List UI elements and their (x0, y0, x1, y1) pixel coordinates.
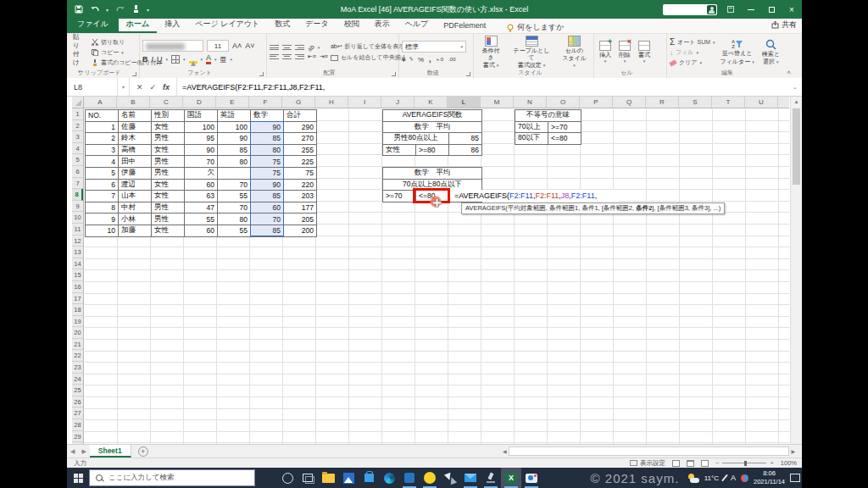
undo-icon[interactable] (90, 4, 100, 14)
table1-cond2b[interactable]: >=80 (416, 144, 449, 156)
cell-D4[interactable]: 90 (185, 144, 218, 156)
decrease-decimal-button[interactable]: .00 (448, 57, 455, 62)
table-header-6[interactable]: 数学 (251, 110, 284, 122)
row-header-4[interactable]: 4 (72, 143, 83, 155)
clipboard-dialog-launcher[interactable] (132, 72, 136, 76)
ime-mode[interactable]: A (731, 474, 736, 482)
weather-temp[interactable]: 11°C (704, 474, 719, 482)
table-header-2[interactable]: 名前 (119, 110, 152, 122)
cell-E4[interactable]: 85 (218, 144, 251, 156)
column-header-G[interactable]: G (282, 97, 315, 108)
cell-B5[interactable]: 田中 (119, 156, 152, 168)
column-header-C[interactable]: C (150, 97, 183, 108)
row-header-22[interactable]: 22 (72, 350, 83, 362)
cell-E9[interactable]: 70 (218, 202, 251, 214)
column-header-H[interactable]: H (315, 97, 348, 108)
cell-B3[interactable]: 鈴木 (119, 133, 152, 145)
cell-G4[interactable]: 255 (284, 144, 317, 156)
row-header-5[interactable]: 5 (72, 154, 83, 166)
qat-customize[interactable]: ▾ (147, 7, 149, 13)
cell-G8[interactable]: 203 (284, 191, 317, 202)
increase-indent-button[interactable]: ⇥≡ (320, 53, 328, 60)
font-name-combo[interactable] (142, 40, 203, 52)
cell-D10[interactable]: 55 (185, 214, 218, 225)
table1-title[interactable]: AVERAGEIFS関数 (383, 110, 482, 122)
table1-cond1[interactable]: 男性80点以上 (383, 133, 449, 145)
decrease-indent-button[interactable]: ⇤≡ (308, 53, 316, 60)
clear-button[interactable]: クリア▾ (670, 58, 715, 67)
column-header-S[interactable]: S (679, 97, 712, 108)
tab-help[interactable]: ヘルプ (398, 16, 437, 33)
cell-A5[interactable]: 4 (86, 156, 119, 168)
pen-tray-icon[interactable] (721, 474, 728, 482)
fill-color-button[interactable] (189, 55, 198, 64)
cell-B7[interactable]: 渡辺 (119, 179, 152, 191)
close-button[interactable]: × (782, 0, 802, 19)
number-format-combo[interactable]: 標準▾ (402, 41, 466, 53)
cell-G3[interactable]: 270 (284, 133, 317, 145)
cell-G11[interactable]: 200 (284, 225, 317, 236)
inequality-title[interactable]: 不等号の意味 (515, 110, 581, 122)
column-header-R[interactable]: R (646, 97, 679, 108)
cell-A9[interactable]: 8 (86, 202, 119, 214)
row-header-8[interactable]: 8 (72, 189, 83, 201)
taskbar-clock[interactable]: 8:062021/11/14 (754, 469, 785, 486)
row-header-19[interactable]: 19 (72, 316, 83, 328)
ribbon-display-options-icon[interactable] (721, 0, 741, 19)
row-header-14[interactable]: 14 (72, 258, 83, 270)
store-button[interactable] (359, 468, 379, 488)
tab-review[interactable]: 校閲 (337, 16, 367, 33)
display-settings-button[interactable]: 表示設定 (630, 459, 665, 468)
cell-E3[interactable]: 90 (218, 133, 251, 145)
row-header-9[interactable]: 9 (72, 201, 83, 213)
cell-D3[interactable]: 95 (185, 133, 218, 145)
cell-styles-button[interactable]: セルのスタイル ▾ (558, 36, 591, 69)
cell-C5[interactable]: 男性 (152, 156, 185, 168)
underline-button[interactable]: U (157, 55, 163, 64)
format-brush-icon[interactable] (131, 4, 141, 14)
column-header-A[interactable]: A (84, 97, 117, 108)
row-header-18[interactable]: 18 (72, 304, 83, 316)
table-header-5[interactable]: 英語 (218, 110, 251, 122)
cell-A3[interactable]: 2 (86, 133, 119, 145)
table1-subtitle[interactable]: 数学 平均 (383, 121, 482, 133)
tell-me-box[interactable]: 何をしますか (507, 22, 564, 33)
cell-E8[interactable]: 55 (218, 191, 251, 202)
column-header-K[interactable]: K (415, 97, 448, 108)
tab-file[interactable]: ファイル (67, 16, 119, 33)
column-header-N[interactable]: N (514, 97, 547, 108)
cursor-tool-button[interactable] (440, 468, 460, 488)
hscroll-thumb[interactable] (509, 446, 790, 456)
conditional-formatting-button[interactable]: 条件付き書式 ▾ (476, 36, 505, 69)
tab-formulas[interactable]: 数式 (267, 16, 298, 33)
name-box[interactable]: L8 (67, 78, 118, 96)
cell-A2[interactable]: 1 (86, 121, 119, 133)
row-header-12[interactable]: 12 (72, 236, 83, 247)
taskbar-search[interactable]: ここに入力して検索 (89, 469, 255, 486)
row-header-10[interactable]: 10 (72, 212, 83, 224)
table2-subtitle[interactable]: 数学 平均 (383, 168, 482, 180)
excel-taskbar-button[interactable]: X (501, 468, 521, 488)
grow-font-button[interactable]: A˄ (232, 42, 242, 50)
row-header-13[interactable]: 13 (72, 247, 83, 258)
share-button[interactable]: 共有 (771, 19, 797, 30)
row-header-1[interactable]: 1 (72, 108, 83, 120)
cell-A7[interactable]: 6 (86, 179, 119, 191)
inequality-r2c2[interactable]: <=80 (548, 133, 581, 145)
cell-C3[interactable]: 男性 (152, 133, 185, 145)
zoom-level[interactable]: 100% (781, 459, 797, 467)
cell-E10[interactable]: 80 (218, 214, 251, 225)
tab-page-layout[interactable]: ページ レイアウト (187, 16, 267, 33)
inequality-r1c1[interactable]: 70以上 (515, 121, 548, 133)
row-header-11[interactable]: 11 (72, 224, 83, 236)
increase-decimal-button[interactable]: +.0 (437, 57, 444, 62)
cell-J8[interactable]: >=70 (383, 191, 416, 202)
cell-C6[interactable]: 男性 (152, 167, 185, 179)
cell-E7[interactable]: 70 (218, 179, 251, 191)
number-dialog-launcher[interactable] (466, 72, 470, 76)
cell-A10[interactable]: 9 (86, 214, 119, 225)
scroll-up-arrow[interactable]: ▲ (791, 97, 802, 107)
cell-B11[interactable]: 加藤 (119, 225, 152, 236)
cell-D11[interactable]: 60 (185, 225, 218, 236)
sheet-nav-left-icon[interactable]: ◀ (67, 448, 78, 455)
